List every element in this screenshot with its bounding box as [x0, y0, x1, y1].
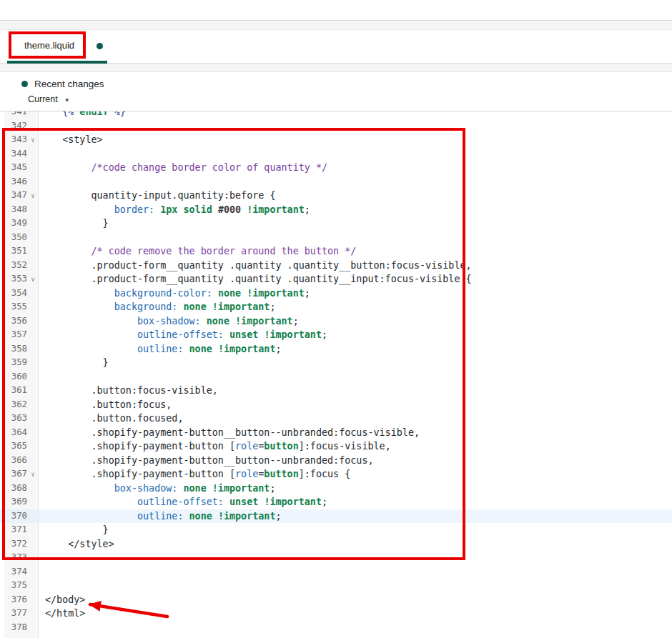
- code-line-373[interactable]: 373: [0, 551, 672, 565]
- code-line-354[interactable]: 354 background-color: none !important;: [0, 286, 672, 301]
- fold-chevron-icon[interactable]: ∨: [27, 467, 39, 482]
- code-text: [39, 119, 672, 134]
- gutter-cell: 342: [0, 119, 39, 134]
- gutter-spacer: [27, 551, 39, 565]
- gutter-cell: 348: [0, 203, 39, 217]
- fold-chevron-icon[interactable]: ∨: [27, 133, 39, 147]
- gutter-cell: 375: [0, 579, 39, 593]
- code-line-360[interactable]: 360: [0, 370, 672, 384]
- code-line-356[interactable]: 356 box-shadow: none !important;: [0, 314, 672, 329]
- code-line-348[interactable]: 348 border: 1px solid #000 !important;: [0, 203, 672, 217]
- line-number: 346: [0, 175, 27, 189]
- code-line-376[interactable]: 376</body>: [0, 593, 672, 607]
- line-number: 361: [0, 384, 27, 398]
- tab-theme-liquid[interactable]: theme.liquid: [20, 40, 74, 51]
- code-text: </style>: [39, 537, 672, 552]
- page-top-whitespace: [0, 0, 672, 21]
- code-text: outline: none !important;: [39, 342, 672, 357]
- code-line-358[interactable]: 358 outline: none !important;: [0, 342, 672, 357]
- gutter-cell: 369: [0, 495, 39, 509]
- code-line-367[interactable]: 367∨ .shopify-payment-button [role=butto…: [0, 467, 672, 482]
- code-line-347[interactable]: 347∨ quantity-input.quantity:before {: [0, 189, 672, 203]
- gutter-spacer: [27, 593, 39, 607]
- gutter-spacer: [27, 244, 39, 259]
- gutter-spacer: [27, 509, 39, 524]
- code-line-341[interactable]: 341 {% endif %}: [0, 111, 672, 119]
- code-line-371[interactable]: 371 }: [0, 523, 672, 537]
- code-line-374[interactable]: 374: [0, 565, 672, 579]
- code-line-362[interactable]: 362 .button:focus,: [0, 398, 672, 412]
- code-text: background-color: none !important;: [39, 286, 672, 301]
- gutter-cell: 364: [0, 426, 39, 440]
- code-line-375[interactable]: 375: [0, 579, 672, 593]
- code-line-351[interactable]: 351 /* code remove the border around the…: [0, 244, 672, 259]
- code-line-344[interactable]: 344: [0, 147, 672, 161]
- code-line-365[interactable]: 365 .shopify-payment-button [role=button…: [0, 439, 672, 454]
- code-line-370[interactable]: 370 outline: none !important;: [0, 509, 672, 524]
- gutter-spacer: [27, 579, 39, 593]
- recent-changes-title: Recent changes: [34, 79, 104, 89]
- annotation-tab-highlight-box: theme.liquid: [9, 31, 86, 59]
- gutter-spacer: [27, 259, 39, 273]
- line-number: 367: [0, 467, 27, 482]
- code-text: [39, 579, 672, 593]
- gutter-cell: 352: [0, 259, 39, 273]
- line-number: 345: [0, 161, 27, 175]
- code-line-342[interactable]: 342: [0, 119, 672, 134]
- fold-chevron-icon[interactable]: ∨: [27, 272, 39, 286]
- code-line-357[interactable]: 357 outline-offset: unset !important;: [0, 328, 672, 342]
- gutter-cell: 346: [0, 175, 39, 189]
- code-text: quantity-input.quantity:before {: [39, 189, 672, 203]
- code-line-364[interactable]: 364 .shopify-payment-button__button--unb…: [0, 426, 672, 440]
- gutter-cell: 378: [0, 621, 39, 635]
- code-line-359[interactable]: 359 }: [0, 356, 672, 370]
- gutter-spacer: [27, 286, 39, 301]
- line-number: 377: [0, 607, 27, 621]
- code-line-343[interactable]: 343∨ <style>: [0, 133, 672, 147]
- code-line-361[interactable]: 361 .button:focus-visible,: [0, 384, 672, 398]
- gutter-cell: 362: [0, 398, 39, 412]
- code-line-355[interactable]: 355 background: none !important;: [0, 300, 672, 314]
- gutter-spacer: [27, 356, 39, 370]
- line-number: 359: [0, 356, 27, 370]
- gutter-spacer: [27, 111, 39, 119]
- gutter-spacer: [27, 495, 39, 509]
- line-number: 341: [0, 111, 27, 119]
- code-line-366[interactable]: 366 .shopify-payment-button__button--unb…: [0, 454, 672, 468]
- code-text: /* code remove the border around the but…: [39, 244, 672, 259]
- active-tab-underline: [7, 61, 107, 64]
- line-number: 347: [0, 189, 27, 203]
- gutter-spacer: [27, 454, 39, 468]
- gutter-spacer: [27, 384, 39, 398]
- version-dropdown[interactable]: Current ▼: [28, 94, 70, 104]
- code-line-363[interactable]: 363 .button.focused,: [0, 412, 672, 426]
- code-line-350[interactable]: 350: [0, 231, 672, 245]
- code-text: /*code change border color of quantity *…: [39, 161, 672, 175]
- code-line-372[interactable]: 372 </style>: [0, 537, 672, 552]
- gutter-cell: 351: [0, 244, 39, 259]
- code-editor[interactable]: 341 {% endif %}342343∨ <style>344345 /*c…: [0, 111, 672, 638]
- gutter-spacer: [27, 216, 39, 231]
- code-text: [39, 175, 672, 189]
- code-line-352[interactable]: 352 .product-form__quantity .quantity .q…: [0, 259, 672, 273]
- code-line-345[interactable]: 345 /*code change border color of quanti…: [0, 161, 672, 175]
- line-number: 372: [0, 537, 27, 552]
- code-text: .shopify-payment-button__button--unbrand…: [39, 454, 672, 468]
- recent-changes-dot-icon: [21, 81, 28, 87]
- gutter-cell: 366: [0, 454, 39, 468]
- gutter-spacer: [27, 231, 39, 245]
- code-line-369[interactable]: 369 outline-offset: unset !important;: [0, 495, 672, 509]
- code-text: .shopify-payment-button__button--unbrand…: [39, 426, 672, 440]
- code-line-353[interactable]: 353∨ .product-form__quantity .quantity .…: [0, 272, 672, 286]
- line-number: 343: [0, 133, 27, 147]
- line-number: 351: [0, 244, 27, 259]
- code-text: .shopify-payment-button [role=button]:fo…: [39, 439, 672, 454]
- code-line-368[interactable]: 368 box-shadow: none !important;: [0, 482, 672, 496]
- code-line-377[interactable]: 377</html>: [0, 607, 672, 621]
- code-line-346[interactable]: 346: [0, 175, 672, 189]
- code-line-349[interactable]: 349 }: [0, 216, 672, 231]
- gutter-cell: 343∨: [0, 133, 39, 147]
- gutter-cell: 360: [0, 370, 39, 384]
- code-line-378[interactable]: 378: [0, 621, 672, 635]
- fold-chevron-icon[interactable]: ∨: [27, 189, 39, 203]
